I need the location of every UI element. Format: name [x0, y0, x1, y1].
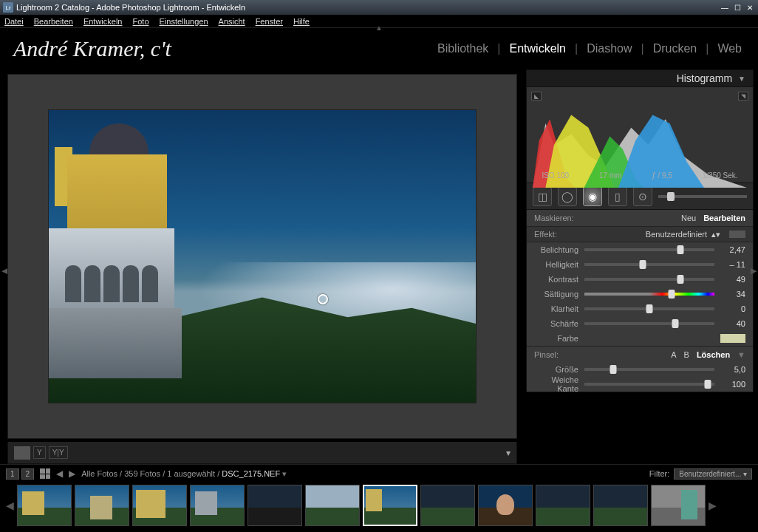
mask-edit-button[interactable]: Bearbeiten — [703, 214, 745, 222]
grid-view-icon[interactable] — [40, 468, 50, 479]
effect-row: Effekt: Benutzerdefiniert▴▾ — [527, 226, 753, 242]
minimize-button[interactable]: — — [720, 3, 730, 12]
maximize-button[interactable]: ☐ — [732, 3, 742, 12]
mask-new-button[interactable]: Neu — [681, 214, 696, 222]
effect-dropdown[interactable]: Benutzerdefiniert▴▾ — [646, 230, 720, 239]
brush-feather-slider[interactable] — [584, 383, 714, 386]
view-options-dropdown-icon[interactable]: ▾ — [506, 448, 511, 458]
module-diashow[interactable]: Diashow — [584, 42, 635, 55]
module-drucken[interactable]: Drucken — [650, 42, 700, 55]
thumbnail[interactable] — [75, 485, 129, 526]
brush-erase-button[interactable]: Löschen — [697, 350, 730, 359]
shadow-clipping-toggle[interactable]: ◣ — [531, 92, 542, 100]
mask-row: Maskieren: Neu Bearbeiten — [527, 210, 753, 226]
thumbnail[interactable] — [132, 485, 187, 526]
menu-datei[interactable]: Datei — [4, 17, 24, 26]
filmstrip-breadcrumb[interactable]: Alle Fotos / 359 Fotos / 1 ausgewählt / … — [81, 469, 287, 479]
window-title: Lightroom 2 Catalog - Adobe Photoshop Li… — [16, 3, 245, 12]
module-web[interactable]: Web — [714, 42, 745, 55]
preview-image — [48, 109, 477, 403]
filmstrip: 12 ◀ ▶ Alle Fotos / 359 Fotos / 1 ausgew… — [0, 464, 758, 531]
app-icon: Lr — [3, 2, 13, 13]
effect-toggle[interactable] — [729, 231, 745, 238]
window-titlebar: Lr Lightroom 2 Catalog - Adobe Photoshop… — [0, 0, 758, 15]
exposure-slider[interactable] — [584, 248, 714, 251]
color-swatch[interactable] — [720, 334, 745, 343]
brightness-slider[interactable] — [584, 263, 714, 266]
menu-bearbeiten[interactable]: Bearbeiten — [34, 17, 73, 26]
image-canvas[interactable] — [7, 74, 517, 439]
brush-collapse-icon[interactable]: ▼ — [737, 350, 745, 359]
histogram-panel: ◣ ◥ ISO 100 17 mm ƒ / 9,5 1/350 Sek. — [526, 87, 754, 183]
menu-hilfe[interactable]: Hilfe — [293, 17, 310, 26]
histo-aperture: ƒ / 9,5 — [652, 171, 672, 180]
thumbnail[interactable] — [651, 485, 706, 526]
thumbnail[interactable] — [420, 485, 475, 526]
menu-entwickeln[interactable]: Entwickeln — [83, 17, 123, 26]
histo-focal: 17 mm — [599, 171, 622, 180]
before-after-y-button[interactable]: Y — [33, 446, 46, 459]
thumbnail[interactable] — [247, 485, 302, 526]
brush-b-button[interactable]: B — [684, 350, 689, 359]
nav-forward-icon[interactable]: ▶ — [69, 468, 75, 479]
crop-tool-icon[interactable]: ◫ — [533, 187, 552, 206]
redeye-tool-icon[interactable]: ◉ — [583, 187, 602, 206]
graduated-filter-icon[interactable]: ▯ — [608, 187, 627, 206]
nav-back-icon[interactable]: ◀ — [56, 468, 63, 479]
before-after-yy-button[interactable]: Y|Y — [49, 446, 68, 459]
filter-dropdown[interactable]: Benutzerdefiniert... ▾ — [674, 468, 752, 480]
filmstrip-next-icon[interactable]: ▶ — [709, 499, 717, 511]
menu-fenster[interactable]: Fenster — [256, 17, 283, 26]
thumbnail[interactable] — [536, 485, 590, 526]
toolbar-below-canvas: Y Y|Y ▾ — [7, 442, 517, 464]
highlight-clipping-toggle[interactable]: ◥ — [738, 92, 748, 100]
loupe-view-button[interactable] — [14, 446, 30, 460]
thumbnail-selected[interactable] — [363, 485, 417, 526]
right-panel-toggle-icon[interactable]: ▶ — [751, 266, 757, 276]
module-picker: Bibliothek| Entwickeln| Diashow| Drucken… — [434, 42, 745, 55]
header: ▲ André Kramer, c't Bibliothek| Entwicke… — [0, 28, 758, 69]
contrast-slider[interactable] — [584, 278, 714, 281]
thumbnail[interactable] — [305, 485, 360, 526]
updown-icon: ▴▾ — [711, 230, 720, 239]
histogram-panel-header[interactable]: Histogramm▼ — [526, 69, 754, 87]
histo-shutter: 1/350 Sek. — [703, 171, 738, 180]
module-entwickeln[interactable]: Entwickeln — [507, 42, 569, 55]
thumbnail[interactable] — [190, 485, 245, 526]
close-button[interactable]: ✕ — [745, 3, 755, 12]
tool-size-slider[interactable] — [658, 195, 747, 198]
identity-plate: André Kramer, c't — [13, 36, 171, 61]
sharpness-slider[interactable] — [584, 322, 714, 325]
filmstrip-prev-icon[interactable]: ◀ — [6, 499, 14, 511]
left-panel-toggle-icon[interactable]: ◀ — [1, 266, 7, 276]
menu-einstellungen[interactable]: Einstellungen — [160, 17, 208, 26]
histo-iso: ISO 100 — [542, 171, 569, 180]
thumbnail[interactable] — [593, 485, 648, 526]
brush-a-button[interactable]: A — [671, 350, 676, 359]
monitor-switch[interactable]: 12 — [6, 468, 34, 480]
menu-foto[interactable]: Foto — [132, 17, 148, 26]
collapse-icon: ▼ — [738, 75, 745, 83]
thumbnail[interactable] — [17, 485, 72, 526]
thumbnail[interactable] — [478, 485, 533, 526]
menu-ansicht[interactable]: Ansicht — [219, 17, 245, 26]
module-bibliothek[interactable]: Bibliothek — [434, 42, 491, 55]
saturation-slider[interactable] — [584, 293, 714, 296]
spot-tool-icon[interactable]: ◯ — [558, 187, 577, 206]
top-panel-toggle-icon[interactable]: ▲ — [375, 24, 383, 32]
adjustment-brush-icon[interactable]: ⊙ — [633, 187, 652, 206]
brush-row: Pinsel: A B Löschen ▼ — [527, 346, 753, 362]
brush-size-slider[interactable] — [584, 368, 714, 371]
filter-label: Filter: — [649, 469, 670, 478]
clarity-slider[interactable] — [584, 307, 714, 310]
